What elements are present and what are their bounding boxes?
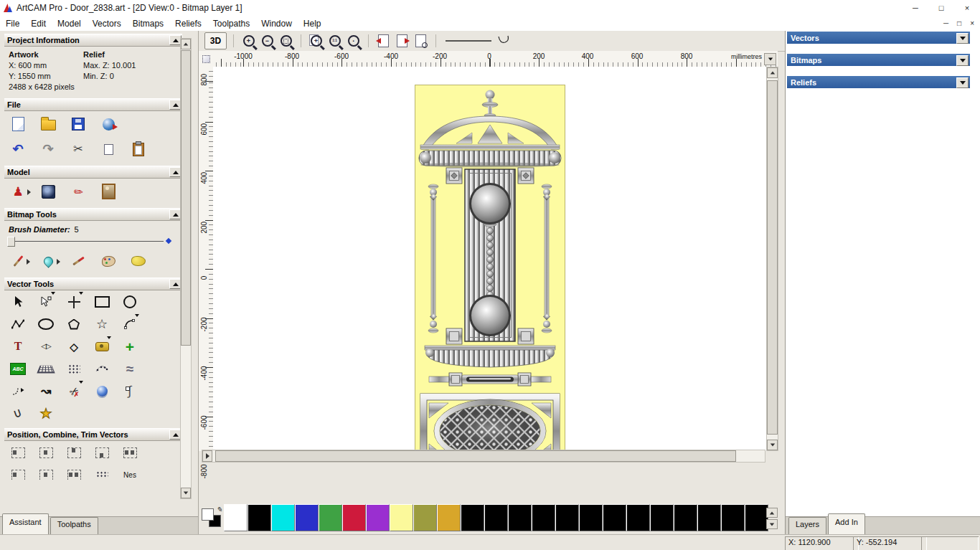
- canvas-scroll-up-button[interactable]: [767, 67, 778, 78]
- canvas-vertical-scrollbar[interactable]: [766, 67, 778, 451]
- colour-swatch[interactable]: [461, 504, 484, 531]
- bitmaps-panel-header[interactable]: Bitmaps: [787, 54, 970, 66]
- door-relief-image[interactable]: [415, 85, 565, 451]
- colour-swatch[interactable]: [555, 504, 579, 531]
- menu-toolpaths[interactable]: Toolpaths: [207, 17, 255, 30]
- texture-sponge-icon[interactable]: [128, 252, 149, 270]
- new-file-icon[interactable]: [7, 115, 29, 133]
- mdi-close-button[interactable]: ×: [970, 19, 974, 27]
- undo-icon[interactable]: [7, 140, 29, 158]
- import-3d-model-icon[interactable]: [98, 115, 119, 133]
- mdi-minimize-button[interactable]: ─: [943, 19, 948, 27]
- bitmap-preview-icon[interactable]: [98, 182, 119, 201]
- blend-sphere-icon[interactable]: [91, 381, 113, 400]
- zoom-objects-icon[interactable]: [345, 33, 362, 49]
- star-wizard-icon[interactable]: [35, 404, 57, 422]
- set-model-size-icon[interactable]: [7, 182, 29, 201]
- colour-swatch[interactable]: [224, 504, 248, 531]
- create-circle-icon[interactable]: [119, 293, 141, 311]
- spray-draw-icon[interactable]: [67, 252, 89, 270]
- close-button[interactable]: ×: [954, 0, 980, 16]
- zoom-page-icon[interactable]: [308, 33, 324, 49]
- scrollbar-thumb[interactable]: [181, 50, 191, 346]
- vectors-dropdown-button[interactable]: [956, 33, 969, 44]
- colour-swatch[interactable]: [650, 504, 674, 531]
- scatter-copy-icon[interactable]: [91, 465, 113, 480]
- copy-icon[interactable]: [98, 140, 119, 158]
- colour-swatch[interactable]: [579, 504, 603, 531]
- align-centre-icon[interactable]: [35, 443, 57, 462]
- zoom-in-icon[interactable]: [240, 33, 257, 49]
- combine-subtract-icon[interactable]: [35, 465, 57, 480]
- shaded-view-icon[interactable]: [37, 182, 59, 201]
- colour-swatch[interactable]: [532, 504, 555, 531]
- assistant-scrollbar[interactable]: [180, 38, 192, 499]
- align-top-icon[interactable]: [63, 443, 85, 462]
- colour-swatch[interactable]: [603, 504, 626, 531]
- add-notes-icon[interactable]: [67, 182, 89, 201]
- colour-swatch[interactable]: [271, 504, 295, 531]
- colour-swatch[interactable]: [319, 504, 342, 531]
- node-editing-icon[interactable]: [35, 293, 57, 311]
- redo-icon[interactable]: [37, 140, 59, 158]
- tab-layers[interactable]: Layers: [788, 517, 826, 535]
- colour-swatch[interactable]: [413, 504, 437, 531]
- view-next-icon[interactable]: [394, 33, 410, 49]
- canvas-scroll-down-button[interactable]: [767, 440, 778, 450]
- measure-tool-icon[interactable]: [91, 337, 113, 356]
- save-file-icon[interactable]: [67, 115, 89, 133]
- open-file-icon[interactable]: [37, 115, 59, 133]
- stroke-preview[interactable]: [443, 33, 514, 49]
- 3d-view-button[interactable]: 3D: [204, 32, 227, 49]
- combine-merge-icon[interactable]: [63, 465, 85, 480]
- spline-arrow-icon[interactable]: [35, 381, 57, 400]
- colour-swatch[interactable]: [721, 504, 745, 531]
- fit-points-icon[interactable]: [91, 359, 113, 378]
- wave-distort-icon[interactable]: [119, 359, 141, 378]
- align-left-icon[interactable]: [7, 443, 29, 462]
- colour-swatch[interactable]: [248, 504, 271, 531]
- mirror-vectors-icon[interactable]: [35, 337, 57, 356]
- tab-assistant[interactable]: Assistant: [2, 513, 49, 535]
- canvas-hscroll-thumb[interactable]: [215, 450, 736, 462]
- select-vectors-icon[interactable]: [7, 293, 29, 311]
- transform-vectors-icon[interactable]: [63, 293, 85, 311]
- create-polygon-icon[interactable]: [63, 315, 85, 333]
- colour-swatch[interactable]: [295, 504, 319, 531]
- vectors-panel-header[interactable]: Vectors: [787, 32, 970, 44]
- scroll-up-button[interactable]: [181, 39, 191, 49]
- menu-edit[interactable]: Edit: [25, 17, 52, 30]
- 2d-view-canvas[interactable]: [213, 67, 768, 451]
- create-star-icon[interactable]: [91, 315, 113, 333]
- colour-swatch[interactable]: [390, 504, 413, 531]
- canvas-horizontal-scrollbar[interactable]: [202, 450, 765, 463]
- mdi-restore-button[interactable]: □: [957, 19, 961, 27]
- paste-vector-icon[interactable]: [119, 337, 141, 356]
- menu-file[interactable]: File: [0, 17, 25, 30]
- colour-swatch[interactable]: [342, 504, 366, 531]
- reliefs-panel-header[interactable]: Reliefs: [787, 76, 970, 88]
- tab-toolpaths[interactable]: Toolpaths: [50, 517, 98, 535]
- colour-swatch[interactable]: [626, 504, 650, 531]
- trim-vectors-icon[interactable]: [63, 381, 85, 400]
- view-previous-icon[interactable]: [375, 33, 392, 49]
- slider-handle[interactable]: [7, 237, 15, 247]
- view-page-zoom-icon[interactable]: [413, 33, 429, 49]
- menu-reliefs[interactable]: Reliefs: [169, 17, 207, 30]
- create-rectangle-icon[interactable]: [91, 293, 113, 311]
- edit-curve-icon[interactable]: [119, 381, 141, 400]
- tab-add-in[interactable]: Add In: [828, 513, 865, 535]
- paint-brush-icon[interactable]: [7, 252, 29, 270]
- colour-swatch[interactable]: [674, 504, 697, 531]
- offset-vector-icon[interactable]: [63, 337, 85, 356]
- menu-help[interactable]: Help: [298, 17, 327, 30]
- colour-palette-icon[interactable]: [98, 252, 119, 270]
- palette-scroll-down-button[interactable]: [766, 519, 778, 529]
- flood-fill-icon[interactable]: [37, 252, 59, 270]
- menu-window[interactable]: Window: [255, 17, 298, 30]
- restore-button[interactable]: □: [928, 0, 954, 16]
- bitmaps-dropdown-button[interactable]: [956, 55, 969, 66]
- zoom-window-icon[interactable]: [278, 33, 294, 49]
- create-ellipse-icon[interactable]: [35, 315, 57, 333]
- colour-swatch[interactable]: [508, 504, 532, 531]
